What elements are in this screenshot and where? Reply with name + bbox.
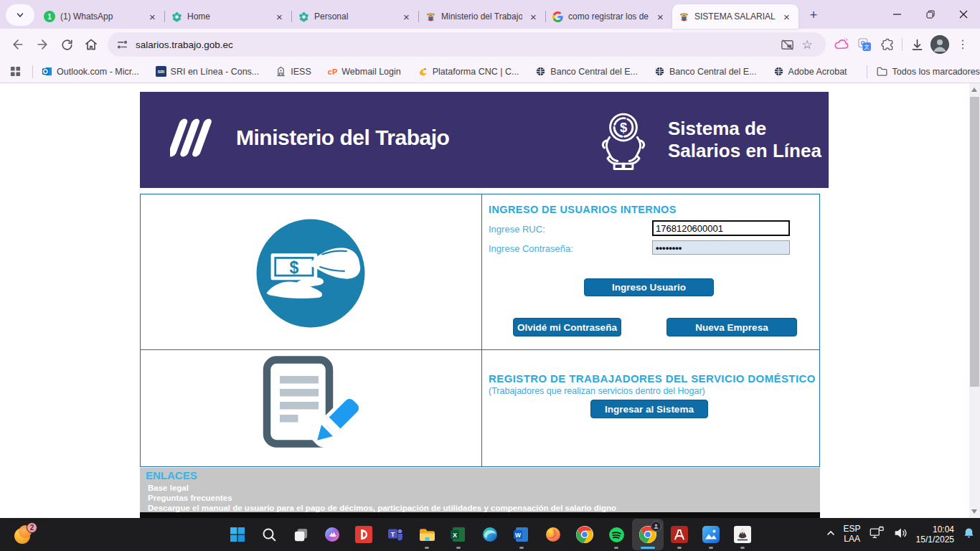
forward-button[interactable] xyxy=(30,32,55,57)
bookmark-banco-central-1[interactable]: Banco Central del E... xyxy=(535,66,638,77)
outlook-icon xyxy=(42,66,52,77)
widgets-button[interactable]: 2 xyxy=(13,524,37,545)
chrome-button[interactable] xyxy=(569,519,600,550)
clock[interactable]: 10:04 15/1/2025 xyxy=(916,524,954,545)
chrome-active-button[interactable] xyxy=(632,519,664,550)
password-input[interactable] xyxy=(652,240,790,255)
address-bar[interactable]: salarios.trabajo.gob.ec ☆ xyxy=(108,32,826,57)
download-icon xyxy=(910,37,925,52)
back-arrow-icon xyxy=(11,37,25,52)
profile-avatar xyxy=(651,521,661,532)
ai-cloud-extension-button[interactable] xyxy=(830,33,853,56)
new-tab-button[interactable]: + xyxy=(804,5,824,25)
word-button[interactable]: W xyxy=(506,519,537,550)
teams-button[interactable]: T xyxy=(380,519,411,550)
ruc-input[interactable] xyxy=(652,220,790,236)
extensions-button[interactable] xyxy=(876,33,899,56)
photos-button[interactable] xyxy=(695,519,727,550)
scroll-up-arrow-icon[interactable] xyxy=(971,88,977,92)
bookmark-label: Plataforma CNC | C... xyxy=(433,67,519,77)
tab-personal[interactable]: Personal × xyxy=(292,4,418,29)
volume-button[interactable] xyxy=(892,525,908,544)
spotify-button[interactable] xyxy=(600,519,632,550)
translate-button[interactable]: G文 xyxy=(853,33,876,56)
tab-label: como registrar los de xyxy=(568,11,649,22)
tab-label: SISTEMA SALARIAL M xyxy=(694,11,776,22)
tab-close-icon[interactable]: × xyxy=(654,11,666,23)
forward-arrow-icon xyxy=(35,37,50,52)
apps-grid-button[interactable] xyxy=(10,66,21,77)
ecuador-crest-icon xyxy=(425,11,436,22)
start-button[interactable] xyxy=(222,519,253,550)
all-bookmarks-button[interactable]: Todos los marcadores xyxy=(876,65,980,77)
tab-close-icon[interactable]: × xyxy=(527,11,540,23)
site-settings-icon[interactable] xyxy=(116,39,128,51)
link-preguntas-frecuentes[interactable]: Preguntas frecuentes xyxy=(148,494,232,502)
task-view-button[interactable] xyxy=(285,519,316,550)
network-button[interactable] xyxy=(869,525,885,544)
forgot-password-button[interactable]: Olvidé mi Contraseña xyxy=(513,318,621,336)
new-company-button[interactable]: Nueva Empresa xyxy=(666,318,797,336)
close-button[interactable] xyxy=(947,0,980,29)
minimize-button[interactable] xyxy=(881,0,914,29)
tab-google-search[interactable]: como registrar los de × xyxy=(546,4,672,29)
bookmark-banco-central-2[interactable]: Banco Central del E... xyxy=(654,66,757,77)
scrollbar-thumb[interactable] xyxy=(970,97,979,387)
bookmark-adobe-acrobat[interactable]: Adobe Acrobat xyxy=(773,66,847,77)
login-button[interactable]: Ingreso Usuario xyxy=(584,278,714,296)
avatar xyxy=(930,35,949,54)
scroll-down-arrow-icon[interactable] xyxy=(971,509,977,514)
bookmark-outlook[interactable]: Outlook.com - Micr... xyxy=(42,66,139,77)
file-explorer-button[interactable] xyxy=(411,519,443,550)
tray-time: 10:04 xyxy=(916,524,954,534)
language-indicator[interactable]: ESP LAA xyxy=(844,524,861,545)
home-button[interactable] xyxy=(79,32,103,57)
notification-bell-button[interactable] xyxy=(962,527,976,543)
downloads-button[interactable] xyxy=(905,33,928,56)
tab-ministerio[interactable]: Ministerio del Trabajo × xyxy=(419,4,545,29)
picture-in-picture-blocked-button[interactable] xyxy=(777,34,797,55)
back-button[interactable] xyxy=(6,32,30,57)
tab-close-icon[interactable]: × xyxy=(146,11,159,23)
nitro-pdf-button[interactable] xyxy=(348,519,380,550)
link-base-legal[interactable]: Base legal xyxy=(148,484,189,492)
tab-sistema-salarial-active[interactable]: SISTEMA SALARIAL M × xyxy=(672,4,798,29)
chevron-down-icon xyxy=(16,11,24,19)
tab-whatsapp[interactable]: 1 (1) WhatsApp × xyxy=(38,4,164,29)
ecuador-crest-icon xyxy=(678,11,689,22)
browser-menu-button[interactable]: ⋮ xyxy=(951,33,974,56)
taskbar: 2 T X xyxy=(0,518,980,551)
bookmark-label: Banco Central del E... xyxy=(669,67,757,77)
search-button[interactable] xyxy=(253,519,285,550)
link-manual-usuario[interactable]: Descargue el manual de usuario para el p… xyxy=(148,504,616,512)
bookmark-webmail[interactable]: cP Webmail Login xyxy=(328,67,401,77)
java-app-button[interactable] xyxy=(727,519,758,550)
bookmark-iess[interactable]: IESS xyxy=(275,66,311,77)
bookmark-sri[interactable]: SRI SRI en Línea - Cons... xyxy=(156,66,260,77)
tab-close-icon[interactable]: × xyxy=(400,11,413,23)
tab-close-icon[interactable]: × xyxy=(273,11,286,23)
tab-search-button[interactable] xyxy=(6,4,34,26)
edge-button[interactable] xyxy=(474,519,506,550)
copilot-button[interactable] xyxy=(316,519,348,550)
profile-avatar[interactable] xyxy=(928,33,951,56)
reload-button[interactable] xyxy=(55,32,79,57)
teams-icon: T xyxy=(387,526,404,543)
acrobat-button[interactable] xyxy=(664,519,695,550)
window-controls xyxy=(881,0,980,29)
url-text[interactable]: salarios.trabajo.gob.ec xyxy=(136,39,777,50)
tray-chevron-button[interactable] xyxy=(826,528,836,541)
star-icon: ☆ xyxy=(801,39,812,51)
bookmark-star-button[interactable]: ☆ xyxy=(797,34,817,55)
maximize-restore-button[interactable] xyxy=(914,0,947,29)
bookmark-cnc[interactable]: Plataforma CNC | C... xyxy=(418,66,519,77)
svg-text:T: T xyxy=(391,531,395,538)
enter-system-button[interactable]: Ingresar al Sistema xyxy=(590,400,708,418)
excel-button[interactable]: X xyxy=(443,519,474,550)
page-scrollbar[interactable] xyxy=(969,83,980,518)
firefox-button[interactable] xyxy=(537,519,569,550)
tab-home[interactable]: Home × xyxy=(165,4,291,29)
flower-favicon-icon xyxy=(171,11,182,22)
tab-close-icon[interactable]: × xyxy=(781,11,793,23)
links-title: ENLACES xyxy=(146,469,197,481)
